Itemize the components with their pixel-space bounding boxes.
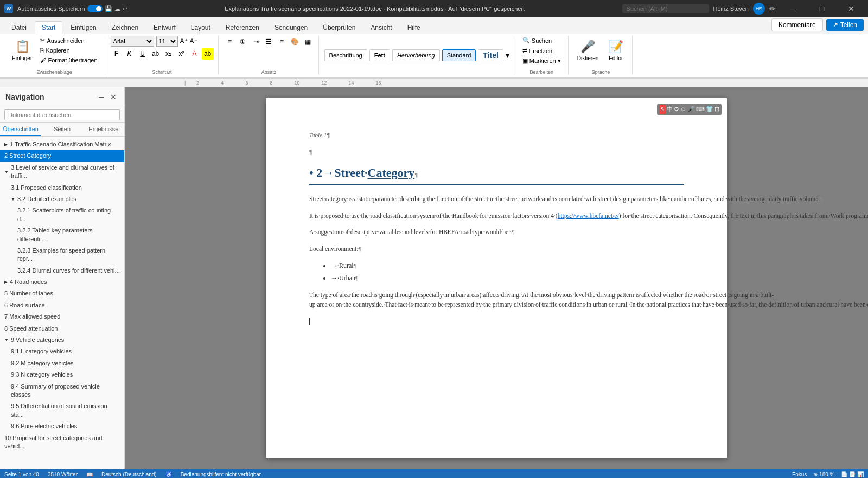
font-shrink-icon[interactable]: A⁻ <box>190 37 197 45</box>
nav-item-6[interactable]: 6 Road surface <box>0 300 124 311</box>
tab-layout[interactable]: Layout <box>184 21 218 34</box>
font-color-button[interactable]: A <box>189 48 201 60</box>
nav-item-4[interactable]: ▶ 4 Road nodes <box>0 276 124 288</box>
tab-zeichnen[interactable]: Zeichnen <box>105 21 145 34</box>
subscript-button[interactable]: x₂ <box>163 48 175 60</box>
styles-expand-icon[interactable]: ▾ <box>506 51 509 60</box>
font-name-select[interactable]: Arial <box>111 36 154 47</box>
nav-item-9-5[interactable]: 9.5 Differentiation of sound emission st… <box>0 401 124 421</box>
style-beschriftung[interactable]: Beschriftung <box>324 49 367 61</box>
doc-local-env: Local·environment:¶ <box>309 244 684 254</box>
nav-tree: ▶ 1 Traffic Scenario Classification Matr… <box>0 137 124 469</box>
teilen-button[interactable]: ↗ Teilen <box>826 19 864 31</box>
tab-ueberpruefen[interactable]: Überprüfen <box>316 21 362 34</box>
font-grow-icon[interactable]: A⁺ <box>180 37 188 45</box>
minimize-button[interactable]: ─ <box>780 0 805 17</box>
tab-hilfe[interactable]: Hilfe <box>400 21 427 34</box>
nav-item-9-4[interactable]: 9.4 Summary of proposed vehicle classes <box>0 381 124 401</box>
heading-category: Category <box>368 166 415 179</box>
doc-para-2: It·is·proposed·to·use·the·road·classific… <box>309 211 684 221</box>
tab-ansicht[interactable]: Ansicht <box>363 21 399 34</box>
zoom-in-icon[interactable]: ⊕ <box>813 471 818 477</box>
nav-item-3-1[interactable]: 3.1 Proposed classification <box>0 182 124 193</box>
bold-button[interactable]: F <box>111 48 123 60</box>
tab-datei[interactable]: Datei <box>4 21 34 34</box>
align-left-button[interactable]: ☰ <box>263 36 275 48</box>
shading-button[interactable]: 🎨 <box>289 36 301 48</box>
tab-einfuegen[interactable]: Einfügen <box>63 21 103 34</box>
highlight-button[interactable]: ab <box>202 48 214 60</box>
nav-minimize-button[interactable]: ─ <box>96 92 107 102</box>
italic-button[interactable]: K <box>124 48 136 60</box>
doc-table-label: Table·1¶ <box>309 131 684 140</box>
autosave-label: Automatisches Speichern <box>17 5 85 12</box>
nav-item-3-2-4[interactable]: 3.2.4 Diurnal curves for different vehi.… <box>0 265 124 276</box>
strikethrough-button[interactable]: ab <box>150 48 162 60</box>
nav-item-9[interactable]: ▼ 9 Vehicle categories <box>0 334 124 346</box>
align-center-button[interactable]: ≡ <box>276 36 288 48</box>
view-icon-2[interactable]: 📑 <box>849 471 856 477</box>
nav-item-9-3[interactable]: 9.3 N category vehicles <box>0 369 124 380</box>
font-size-select[interactable]: 11 <box>156 36 178 47</box>
kommentare-button[interactable]: Kommentare <box>771 18 823 31</box>
border-button[interactable]: ▦ <box>302 36 314 48</box>
markieren-button[interactable]: ▣ Markieren ▾ <box>520 56 564 66</box>
nav-item-8[interactable]: 8 Speed attenuation <box>0 323 124 334</box>
nav-tab-seiten[interactable]: Seiten <box>41 123 82 136</box>
tab-sendungen[interactable]: Sendungen <box>267 21 315 34</box>
tab-entwurf[interactable]: Entwurf <box>146 21 183 34</box>
nav-item-5[interactable]: 5 Number of lanes <box>0 288 124 299</box>
nav-item-1[interactable]: ▶ 1 Traffic Scenario Classification Matr… <box>0 139 124 150</box>
sogou-emoji-icon: ☺ <box>680 105 686 114</box>
accessibility-icon: ♿ <box>165 471 172 477</box>
ersetzen-button[interactable]: ⇄ Ersetzen <box>520 46 564 55</box>
indent-button[interactable]: ⇥ <box>250 36 262 48</box>
nav-item-3-2-1[interactable]: 3.2.1 Scatterplots of traffic counting d… <box>0 205 124 225</box>
nav-item-3-2-2[interactable]: 3.2.2 Tabled key parameters differenti..… <box>0 225 124 245</box>
nav-item-10[interactable]: 10 Proposal for street categories and ve… <box>0 432 124 453</box>
style-fett[interactable]: Fett <box>369 49 390 61</box>
underline-button[interactable]: U <box>137 48 149 60</box>
nav-item-3-2-3[interactable]: 3.2.3 Examples for speed pattern repr... <box>0 245 124 265</box>
format-paint-button[interactable]: 🖌 Format übertragen <box>37 56 100 64</box>
search-input[interactable] <box>622 4 709 13</box>
hbefa-link[interactable]: https://www.hbefa.net/e/ <box>558 212 619 219</box>
focus-mode[interactable]: Fokus <box>792 471 807 477</box>
restore-button[interactable]: □ <box>809 0 834 17</box>
tab-start[interactable]: Start <box>35 21 62 34</box>
nav-item-9-1[interactable]: 9.1 L category vehicles <box>0 346 124 357</box>
paste-button[interactable]: 📋 Einfügen <box>9 36 36 64</box>
nav-tab-ueberschriften[interactable]: Überschriften <box>0 123 41 136</box>
close-button[interactable]: ✕ <box>839 0 864 17</box>
view-icon-3[interactable]: 📊 <box>857 471 864 477</box>
nav-close-button[interactable]: ✕ <box>108 92 119 102</box>
copy-button[interactable]: ⎘ Kopieren <box>37 46 100 55</box>
ribbon: Datei Start Einfügen Zeichnen Entwurf La… <box>0 17 868 79</box>
list-number-button[interactable]: ① <box>237 36 249 48</box>
autosave-toggle[interactable] <box>87 5 103 12</box>
list-bullet-button[interactable]: ≡ <box>224 36 236 48</box>
status-right: Fokus ⊕ 180 % 📄 📑 📊 <box>792 471 864 477</box>
editor-button[interactable]: 📝 Editor <box>604 36 628 63</box>
style-hervorhebung[interactable]: Hervorhebung <box>392 49 440 61</box>
diktieren-button[interactable]: 🎤 Diktieren <box>574 36 602 63</box>
doc-area[interactable]: S 中 ⚙ ☺ 🎤 ⌨ 👕 ⊞ Table·1¶ ¶ • 2→Street·Ca… <box>125 87 868 469</box>
navigation-panel: Navigation ─ ✕ Überschriften Seiten Erge… <box>0 87 125 469</box>
nav-search-input[interactable] <box>4 109 120 120</box>
style-titel[interactable]: Titel <box>478 49 503 61</box>
view-icon-1[interactable]: 📄 <box>841 471 847 477</box>
nav-item-2[interactable]: 2 Street Category <box>0 150 124 162</box>
suchen-button[interactable]: 🔍 Suchen <box>520 36 564 45</box>
nav-item-9-2[interactable]: 9.2 M category vehicles <box>0 358 124 369</box>
nav-item-9-6[interactable]: 9.6 Pure electric vehicles <box>0 421 124 432</box>
nav-item-7[interactable]: 7 Max allowed speed <box>0 311 124 322</box>
nav-tab-ergebnisse[interactable]: Ergebnisse <box>83 123 124 136</box>
tab-referenzen[interactable]: Referenzen <box>219 21 266 34</box>
cut-button[interactable]: ✂ Ausschneiden <box>37 36 100 45</box>
ribbon-group-paragraph: ≡ ① ⇥ ☰ ≡ 🎨 ▦ Absatz <box>220 36 319 75</box>
nav-header: Navigation ─ ✕ <box>0 87 124 107</box>
nav-item-3-2[interactable]: ▼ 3.2 Detailed examples <box>0 193 124 205</box>
nav-item-3[interactable]: ▼ 3 Level of service and diurnal curves … <box>0 162 124 182</box>
superscript-button[interactable]: x² <box>176 48 188 60</box>
style-standard[interactable]: Standard <box>442 49 476 61</box>
